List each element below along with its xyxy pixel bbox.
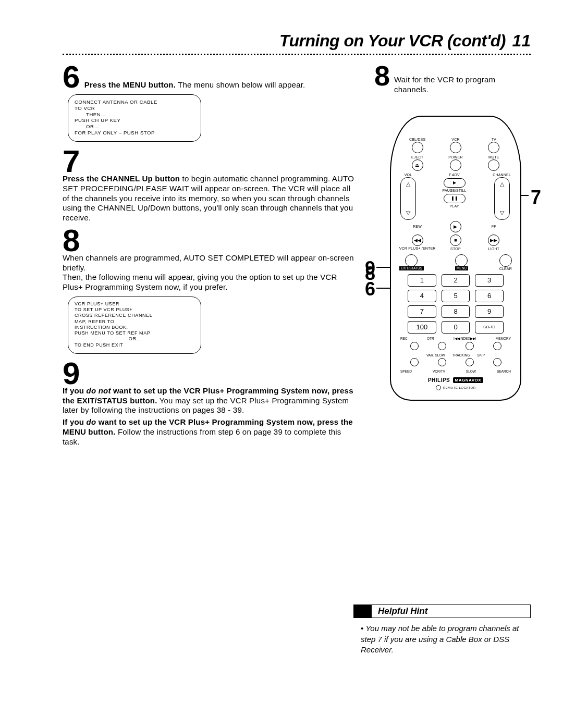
osd1-line2: TO VCR <box>75 105 95 111</box>
callout-9: 9 <box>365 257 375 279</box>
step-8-number: 8 <box>63 228 80 253</box>
helpful-hint-body: • You may not be able to program channel… <box>353 618 531 655</box>
right-column: 8 Wait for the VCR to program channels. … <box>374 65 531 451</box>
btn-power[interactable] <box>450 159 461 171</box>
osd-menu-box-1: CONNECT ANTENNA OR CABLE TO VCR THEN… PU… <box>68 94 201 142</box>
btn-speed[interactable] <box>410 358 419 366</box>
key-6[interactable]: 6 <box>475 290 504 302</box>
label-mute: MUTE <box>488 155 499 159</box>
key-2[interactable]: 2 <box>442 274 470 287</box>
s9-p1b: do not <box>87 386 111 395</box>
callout-6: 6 <box>365 278 375 300</box>
step-7-text: Press the CHANNEL Up button to begin aut… <box>63 174 356 223</box>
left-column: 6 Press the MENU button. The menu shown … <box>63 65 356 451</box>
brand-philips: PHILIPS <box>428 377 450 383</box>
osd1-line6: FOR PLAY ONLY – PUSH STOP <box>75 130 155 135</box>
key-goto[interactable]: GO-TO <box>475 321 504 334</box>
remote-diagram: 7 8 9 6 CBL/DSS VCR TV <box>374 116 531 401</box>
remote-lower-row3: SPEED VCR/TV SLOW SEARCH <box>400 369 511 373</box>
btn-rec[interactable] <box>410 342 419 350</box>
remote-transport-btns: ◀◀ ■ ▶▶ <box>398 235 513 246</box>
btn-rew[interactable]: ◀◀ <box>412 235 423 246</box>
label-tv: TV <box>492 138 496 141</box>
label-stop: STOP <box>437 247 475 251</box>
label-rew: REW <box>413 225 422 228</box>
osd2-l7: OR… <box>75 336 195 342</box>
label-channel: CHANNEL <box>493 173 511 177</box>
step-8: 8 When channels are programmed, AUTO SET… <box>63 228 356 354</box>
btn-cbldss[interactable] <box>412 142 423 153</box>
label-speed: SPEED <box>400 369 412 373</box>
key-8[interactable]: 8 <box>442 305 470 318</box>
remote-status-row: EXIT/STATUS MENU CLEAR <box>399 254 512 271</box>
remote-row-power: EJECT⏏ POWER MUTE <box>398 155 513 171</box>
label-vcr: VCR <box>451 138 459 141</box>
btn-memory[interactable] <box>493 342 501 350</box>
page-title: Turning on Your VCR (cont'd) <box>279 31 506 50</box>
helpful-hint-titlebar: Helpful Hint <box>353 604 531 618</box>
btn-fadv[interactable]: ▶ <box>444 178 466 188</box>
btn-vcr[interactable] <box>450 142 461 153</box>
btn-vcrtv[interactable] <box>438 358 446 366</box>
label-power: POWER <box>448 155 462 159</box>
remote-rocker-row: VOL △▽ F.ADV ▶ PAUSE/STILL ❚❚ PLAY CHANN… <box>400 173 511 220</box>
btn-play[interactable]: ▶ <box>450 221 461 232</box>
step-7-number: 7 <box>63 149 80 174</box>
remote-lower-row2: VAR. SLOW TRACKING SKIP <box>400 353 511 357</box>
document-page: Turning on Your VCR (cont'd) 11 6 Press … <box>0 0 563 728</box>
step-9-p2: If you do want to set up the VCR Plus+ P… <box>63 417 356 447</box>
remote-lower-row1: REC OTR I◀◀INDEX▶▶I MEMORY <box>400 337 511 341</box>
key-9[interactable]: 9 <box>475 305 504 318</box>
key-4[interactable]: 4 <box>408 290 436 302</box>
step-6-number: 6 <box>63 65 80 90</box>
btn-slow[interactable] <box>466 358 474 366</box>
remote-body: CBL/DSS VCR TV EJECT⏏ POWER MUTE VOL <box>390 116 521 401</box>
step-9-number: 9 <box>63 361 80 386</box>
step-6-text: Press the MENU button. The menu shown be… <box>84 80 305 89</box>
btn-pause[interactable]: ❚❚ <box>444 194 466 203</box>
label-menu: MENU <box>455 266 468 271</box>
step-6-rest: The menu shown below will appear. <box>176 80 305 89</box>
header-divider <box>63 54 531 55</box>
osd2-l6: PUSH MENU TO SET REF MAP <box>75 330 150 336</box>
btn-index-fwd[interactable] <box>466 342 474 350</box>
btn-eject[interactable]: ⏏ <box>412 159 423 171</box>
key-3[interactable]: 3 <box>475 274 504 287</box>
key-7[interactable]: 7 <box>408 305 436 318</box>
osd1-line1: CONNECT ANTENNA OR CABLE <box>75 99 157 105</box>
page-number: 11 <box>512 31 531 50</box>
label-fadv: F.ADV <box>449 173 460 177</box>
page-header: Turning on Your VCR (cont'd) 11 <box>63 31 531 51</box>
osd2-l2: TO SET UP VCR PLUS+ <box>75 307 132 312</box>
key-100[interactable]: 100 <box>408 321 436 334</box>
btn-tv[interactable] <box>488 142 499 153</box>
label-memory: MEMORY <box>496 337 511 341</box>
label-rec: REC <box>400 337 408 341</box>
btn-stop[interactable]: ■ <box>450 235 461 246</box>
btn-search[interactable] <box>493 358 501 366</box>
remote-locator-label: REMOTE LOCATOR <box>398 385 513 390</box>
label-vcrplus: VCR PLUS+ /ENTER <box>398 247 436 250</box>
key-1[interactable]: 1 <box>408 274 436 287</box>
vol-rocker[interactable]: △▽ <box>400 177 416 220</box>
key-5[interactable]: 5 <box>442 290 470 302</box>
step-9-p1: If you do not want to set up the VCR Plu… <box>63 386 356 415</box>
remote-tiny-row2 <box>400 358 511 366</box>
osd2-l4: MAP, REFER TO <box>75 319 114 324</box>
btn-menu[interactable] <box>455 254 468 267</box>
btn-ff[interactable]: ▶▶ <box>488 235 499 246</box>
helpful-hint-title: Helpful Hint <box>372 606 427 616</box>
channel-rocker[interactable]: △▽ <box>494 177 510 220</box>
osd1-line3: THEN… <box>86 112 195 118</box>
brand-magnavox: MAGNAVOX <box>453 377 484 383</box>
label-skip: SKIP <box>477 353 485 357</box>
btn-mute[interactable] <box>488 159 499 171</box>
btn-clear[interactable] <box>499 254 512 267</box>
btn-index-back[interactable] <box>438 342 446 350</box>
step-9: 9 If you do not want to set up the VCR P… <box>63 361 356 447</box>
key-0[interactable]: 0 <box>442 321 470 334</box>
btn-exit-status[interactable] <box>405 254 418 267</box>
label-tracking: TRACKING <box>452 353 470 357</box>
remote-tiny-row1 <box>400 342 511 350</box>
label-index: I◀◀INDEX▶▶I <box>454 337 476 341</box>
